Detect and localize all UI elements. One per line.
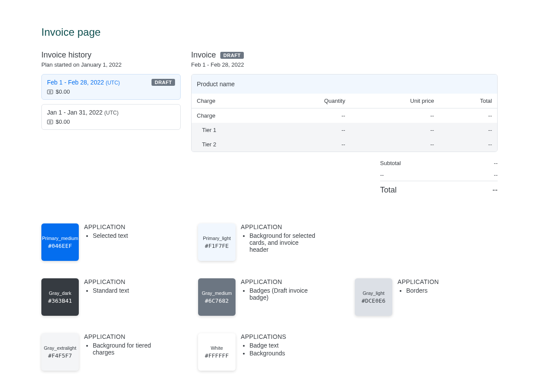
row-label: Tier 1	[192, 123, 269, 137]
cash-icon	[47, 90, 53, 94]
svg-point-1	[49, 91, 51, 93]
history-tz: (UTC)	[104, 110, 119, 116]
swatch-use: Selected text	[93, 232, 128, 239]
invoice-subtitle: Feb 1 - Feb 28, 2022	[191, 61, 498, 68]
invoice-title: Invoice	[191, 51, 216, 60]
swatch-name: Gray_light	[363, 291, 384, 296]
history-date-range: Jan 1 - Jan 31, 2022	[47, 109, 103, 116]
swatch-use: Background for tiered charges	[93, 342, 159, 356]
svg-rect-0	[47, 90, 53, 94]
table-row: Charge------	[192, 108, 497, 123]
application-label: APPLICATION	[84, 333, 159, 340]
swatch-use: Standard text	[93, 287, 129, 294]
row-quantity: --	[269, 123, 350, 137]
swatch-name: White	[211, 345, 223, 351]
row-total: --	[439, 108, 497, 123]
page-title: Invoice page	[41, 26, 498, 38]
swatch-hex: #F4F5F7	[48, 352, 72, 359]
history-amount: $0.00	[56, 88, 70, 95]
row-unit-price: --	[350, 108, 439, 123]
swatch-name: Gray_dark	[49, 291, 71, 296]
swatch-use: Backgrounds	[249, 350, 286, 357]
totals-block: Subtotal -- -- -- Total --	[380, 157, 498, 197]
swatch-use: Background for selected cards, and invoi…	[249, 232, 316, 253]
row-total: --	[439, 137, 497, 152]
history-card[interactable]: Feb 1 - Feb 28, 2022 (UTC)DRAFT$0.00	[41, 74, 181, 100]
total-value: --	[492, 186, 498, 195]
total-label: Total	[380, 186, 397, 195]
application-label: APPLICATION	[84, 223, 128, 230]
blank-value: --	[494, 172, 498, 178]
row-total: --	[439, 123, 497, 137]
history-subtitle: Plan started on January 1, 2022	[41, 61, 181, 68]
application-label: APPLICATION	[84, 278, 129, 285]
history-amount: $0.00	[56, 118, 70, 125]
subtotal-value: --	[494, 160, 498, 166]
col-unit-price: Unit price	[350, 94, 439, 108]
swatch-name: Gray_extralight	[44, 345, 77, 351]
swatch-name: Primary_light	[203, 236, 231, 241]
table-row: Tier 2------	[192, 137, 497, 152]
history-tz: (UTC)	[106, 80, 120, 86]
row-label: Tier 2	[192, 137, 269, 152]
swatch-item: White#FFFFFFAPPLICATIONSBadge textBackgr…	[198, 333, 316, 371]
row-label: Charge	[192, 108, 269, 123]
product-name-header: Product name	[192, 74, 497, 94]
color-swatch: Gray_medium#6C7682	[198, 278, 236, 316]
swatch-hex: #F1F7FE	[205, 243, 229, 249]
application-label: APPLICATION	[241, 223, 316, 230]
swatch-hex: #046EEF	[48, 243, 72, 249]
swatch-item: Gray_light#DCE0E6APPLICATIONBorders	[355, 278, 472, 316]
application-label: APPLICATIONS	[241, 333, 286, 340]
color-swatch: Gray_extralight#F4F5F7	[41, 333, 79, 371]
status-badge: DRAFT	[220, 52, 244, 59]
invoice-table: Product name Charge Quantity Unit price …	[191, 74, 498, 152]
table-row: Tier 1------	[192, 123, 497, 137]
swatch-item: Primary_light#F1F7FEAPPLICATIONBackgroun…	[198, 223, 316, 261]
col-total: Total	[439, 94, 497, 108]
swatch-use: Badges (Draft invoice badge)	[249, 287, 316, 301]
svg-rect-2	[47, 120, 53, 124]
swatch-use: Borders	[406, 287, 439, 294]
history-date-range: Feb 1 - Feb 28, 2022	[47, 79, 104, 86]
cash-icon	[47, 120, 53, 124]
blank-label: --	[380, 172, 384, 178]
color-swatch: Primary_medium#046EEF	[41, 223, 79, 261]
column-headers: Charge Quantity Unit price Total	[192, 94, 497, 108]
swatch-item: Gray_dark#363B41APPLICATIONStandard text	[41, 278, 159, 316]
col-quantity: Quantity	[269, 94, 350, 108]
swatch-use: Badge text	[249, 342, 286, 349]
application-label: APPLICATION	[398, 278, 439, 285]
swatch-item: Gray_medium#6C7682APPLICATIONBadges (Dra…	[198, 278, 316, 316]
status-badge: DRAFT	[152, 79, 175, 86]
color-swatch: Gray_dark#363B41	[41, 278, 79, 316]
svg-point-3	[49, 121, 51, 123]
application-label: APPLICATION	[241, 278, 316, 285]
swatch-hex: #6C7682	[205, 297, 229, 304]
color-swatch: Gray_light#DCE0E6	[355, 278, 392, 316]
subtotal-label: Subtotal	[380, 160, 401, 166]
color-swatch: White#FFFFFF	[198, 333, 236, 371]
col-charge: Charge	[192, 94, 269, 108]
swatch-hex: #363B41	[48, 297, 72, 304]
swatch-hex: #DCE0E6	[362, 297, 386, 304]
swatch-name: Primary_medium	[42, 236, 78, 241]
swatch-hex: #FFFFFF	[205, 352, 229, 359]
row-quantity: --	[269, 137, 350, 152]
row-unit-price: --	[350, 123, 439, 137]
row-unit-price: --	[350, 137, 439, 152]
color-swatch: Primary_light#F1F7FE	[198, 223, 236, 261]
row-quantity: --	[269, 108, 350, 123]
history-title: Invoice history	[41, 51, 181, 60]
swatch-item: Primary_medium#046EEFAPPLICATIONSelected…	[41, 223, 159, 261]
history-card[interactable]: Jan 1 - Jan 31, 2022 (UTC)$0.00	[41, 104, 181, 130]
swatch-item: Gray_extralight#F4F5F7APPLICATIONBackgro…	[41, 333, 159, 371]
swatch-name: Gray_medium	[202, 291, 232, 296]
